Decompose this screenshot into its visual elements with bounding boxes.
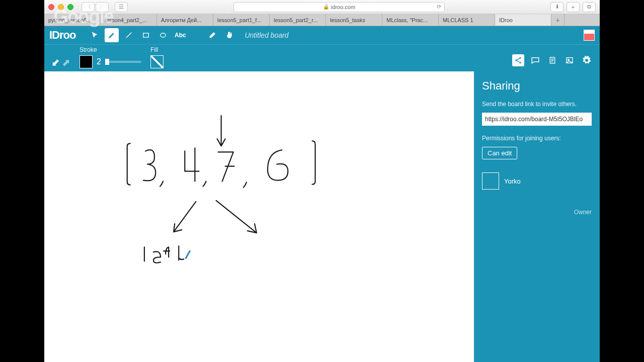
pan-tool[interactable]: [222, 28, 236, 42]
pen-tool[interactable]: [105, 28, 119, 42]
clipboard-icon[interactable]: [546, 54, 558, 66]
browser-window: 〈 〉 ☰ 🔒 idroo.com ⟳ ⬇ + ⧉ Google python_…: [44, 0, 600, 362]
fill-color-swatch[interactable]: [150, 55, 164, 68]
permissions-dropdown[interactable]: Can edit: [482, 147, 517, 159]
rectangle-tool[interactable]: [139, 28, 153, 42]
address-bar[interactable]: 🔒 idroo.com ⟳: [233, 2, 445, 12]
new-tab-button[interactable]: +: [567, 2, 580, 12]
user-role: Owner: [574, 209, 592, 216]
stroke-width-value: 2: [97, 57, 101, 66]
pointer-tool[interactable]: [88, 28, 102, 42]
app-logo: IDroo: [49, 29, 75, 42]
stroke-label: Stroke: [79, 46, 141, 53]
zoom-in-arrow[interactable]: ⬋: [51, 56, 60, 68]
drawing-layer: [44, 71, 474, 362]
tab-2[interactable]: Алгоритм Дей...: [157, 14, 213, 26]
lock-icon: 🔒: [323, 4, 329, 10]
user-name: Yorko: [504, 177, 521, 185]
stroke-color-swatch[interactable]: [79, 55, 93, 68]
share-link-input[interactable]: [482, 113, 592, 126]
sharing-hint: Send the board link to invite others.: [482, 101, 592, 108]
svg-point-11: [568, 59, 570, 60]
main-toolbar: IDroo Abc Untitl: [44, 26, 600, 44]
content-area: Sharing Send the board link to invite ot…: [44, 71, 600, 362]
tab-8[interactable]: IDroo: [495, 14, 551, 26]
whiteboard-canvas[interactable]: [44, 71, 474, 362]
avatar: [482, 172, 499, 190]
downloads-button[interactable]: ⬇: [550, 2, 564, 12]
sidebar-toggle-button[interactable]: ☰: [115, 2, 128, 12]
window-controls: [48, 4, 73, 10]
browser-titlebar: 〈 〉 ☰ 🔒 idroo.com ⟳ ⬇ + ⧉: [44, 0, 600, 14]
idroo-app: IDroo Abc Untitl: [44, 26, 600, 362]
tab-5[interactable]: lesson5_tasks: [326, 14, 382, 26]
svg-point-2: [160, 33, 166, 37]
tab-1[interactable]: lesson4_part2_...: [101, 14, 157, 26]
close-window-button[interactable]: [48, 4, 54, 10]
tab-6[interactable]: MLclass, "Prac...: [382, 14, 439, 26]
zoom-out-arrow[interactable]: ⬈: [62, 56, 70, 68]
tab-7[interactable]: MLCLASS 1: [439, 14, 495, 26]
new-tab-plus[interactable]: +: [551, 14, 565, 26]
fill-group: Fill: [150, 46, 164, 68]
image-icon[interactable]: [564, 54, 576, 66]
tab-strip: Google python_lesson5... lesson4_part2_.…: [44, 14, 600, 26]
eraser-tool[interactable]: [205, 28, 219, 42]
line-tool[interactable]: [122, 28, 136, 42]
sharing-panel: Sharing Send the board link to invite ot…: [474, 71, 600, 362]
svg-line-0: [126, 33, 132, 38]
board-title[interactable]: Untitled board: [245, 31, 288, 39]
reload-icon[interactable]: ⟳: [437, 4, 441, 10]
stroke-width-slider[interactable]: [105, 61, 141, 63]
minimize-window-button[interactable]: [58, 4, 64, 10]
text-tool[interactable]: Abc: [173, 28, 187, 42]
fill-label: Fill: [150, 46, 164, 53]
ellipse-tool[interactable]: [156, 28, 170, 42]
stroke-group: Stroke 2: [79, 46, 141, 68]
tab-0[interactable]: python_lesson5...: [44, 14, 101, 26]
tab-4[interactable]: lesson5_part2_r...: [270, 14, 326, 26]
url-host: idroo.com: [331, 4, 355, 10]
tabs-overview-button[interactable]: ⧉: [583, 2, 596, 12]
user-color-chip[interactable]: [584, 30, 595, 41]
chat-icon[interactable]: [529, 54, 541, 66]
user-row: Yorko: [482, 172, 592, 190]
tab-3[interactable]: lesson5_part1_f...: [213, 14, 270, 26]
permissions-label: Permissions for joining users:: [482, 135, 592, 142]
share-icon[interactable]: [512, 54, 524, 66]
properties-bar: ⬋ ⬈ Stroke 2 Fill: [44, 44, 600, 71]
sharing-title: Sharing: [482, 79, 592, 93]
back-button[interactable]: 〈: [82, 2, 95, 12]
maximize-window-button[interactable]: [67, 4, 73, 10]
svg-rect-1: [143, 33, 149, 37]
settings-icon[interactable]: [581, 54, 593, 66]
forward-button[interactable]: 〉: [96, 2, 109, 12]
